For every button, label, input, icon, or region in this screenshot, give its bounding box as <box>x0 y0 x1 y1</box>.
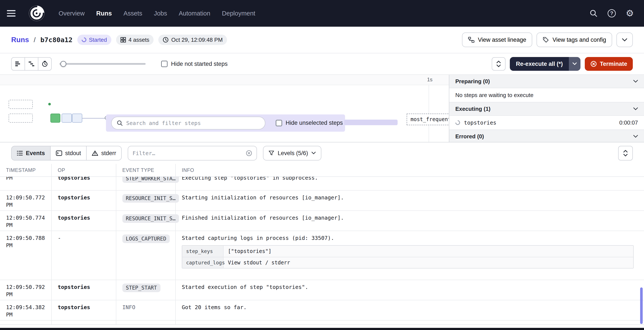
lineage-icon <box>468 37 474 43</box>
reexecute-split-button: Re-execute all (*) <box>510 57 580 71</box>
dagster-logo[interactable] <box>28 4 46 22</box>
nav-item-deployment[interactable]: Deployment <box>222 10 255 17</box>
timestamp-cell: 12:09:50.774PM <box>0 211 52 231</box>
assets-badge[interactable]: 4 assets <box>116 35 154 45</box>
slider-track[interactable] <box>60 63 146 65</box>
hide-unselected-checkbox-group[interactable]: Hide unselected steps <box>276 120 343 126</box>
events-list-icon <box>17 151 23 156</box>
queued-step-box[interactable] <box>72 114 82 123</box>
page-bottom-gap <box>0 325 644 328</box>
breadcrumb-runs-link[interactable]: Runs <box>11 36 29 44</box>
nav-item-assets[interactable]: Assets <box>124 10 142 17</box>
info-cell: Starting initialization of resources [io… <box>176 191 644 210</box>
nav-item-automation[interactable]: Automation <box>179 10 210 17</box>
panel-empty-message: No steps are waiting to execute <box>449 88 644 102</box>
gantt-chart: 1s most_frequent Hide <box>0 75 449 142</box>
event-type-chip: STEP_START <box>122 284 160 292</box>
window-bottom-edge <box>0 328 644 330</box>
status-badge: Started <box>77 35 111 45</box>
running-step-bar[interactable] <box>50 114 60 123</box>
panel-section-executing[interactable]: Executing (1) <box>449 102 644 116</box>
nav-item-jobs[interactable]: Jobs <box>154 10 167 17</box>
metadata-value[interactable]: View stdout / stderr <box>224 257 633 268</box>
executing-step-elapsed: 0:00:07 <box>619 119 638 126</box>
chevron-down-icon <box>633 107 638 110</box>
unfold-icon <box>496 61 501 67</box>
funnel-icon <box>268 151 274 156</box>
queued-step-box[interactable] <box>62 114 72 123</box>
flat-view-button[interactable] <box>11 57 25 71</box>
dependency-line <box>82 118 106 119</box>
hide-unselected-checkbox[interactable] <box>276 120 282 126</box>
collapse-run-header-button[interactable] <box>616 32 633 47</box>
not-started-step-box[interactable] <box>8 100 33 109</box>
event-type-chip: RESOURCE_INIT_S… <box>122 194 179 203</box>
event-row: 12:09:50.774PMtopstoriesRESOURCE_INIT_S…… <box>0 211 644 231</box>
step-label-box[interactable]: most_frequent <box>407 114 449 125</box>
timestamp-cell: 12:09:50.772PM <box>0 191 52 210</box>
metadata-label: captured_logs <box>182 257 224 268</box>
unfold-icon <box>623 150 628 157</box>
reexecute-dropdown-button[interactable] <box>569 57 580 71</box>
view-tags-config-button[interactable]: View tags and config <box>536 32 612 47</box>
help-button[interactable]: ? <box>604 6 619 21</box>
event-type-chip: LOGS_CAPTURED <box>122 234 170 243</box>
event-type-cell: RESOURCE_INIT_S… <box>116 191 176 210</box>
clear-filter-icon[interactable] <box>246 150 252 157</box>
expand-logs-button[interactable] <box>618 146 633 161</box>
op-cell: - <box>52 231 116 280</box>
hide-not-started-checkbox-group[interactable]: Hide not started steps <box>161 61 228 67</box>
log-tabs: Events stdout stderr <box>11 146 122 161</box>
executing-step-row[interactable]: topstories 0:00:07 <box>449 116 644 130</box>
slider-knob[interactable] <box>60 61 66 67</box>
event-row: 12:09:50.772PMtopstoriesRESOURCE_INIT_S…… <box>0 191 644 211</box>
hide-not-started-label: Hide not started steps <box>171 61 228 67</box>
event-row: 12:09:54.382PMtopstoriesINFOGot 20 items… <box>0 300 644 321</box>
event-type-cell: INFO <box>116 300 176 320</box>
vertical-scrollbar[interactable] <box>640 287 643 324</box>
tab-events[interactable]: Events <box>11 146 50 161</box>
panel-section-errored[interactable]: Errored (0) <box>449 130 644 142</box>
step-search-input[interactable] <box>126 120 260 126</box>
terminate-button[interactable]: Terminate <box>585 57 633 71</box>
hamburger-menu-icon[interactable] <box>7 6 22 21</box>
metadata-row: captured_logsView stdout / stderr <box>182 257 633 268</box>
step-search-box <box>111 117 265 130</box>
search-icon <box>590 9 598 17</box>
timing-view-button[interactable] <box>38 57 52 71</box>
nav-item-overview[interactable]: Overview <box>58 10 85 17</box>
waterfall-view-button[interactable] <box>24 57 38 71</box>
zoom-slider[interactable] <box>60 61 146 67</box>
not-started-step-box[interactable] <box>8 114 33 123</box>
info-cell: Got 40 items so far. <box>176 321 644 325</box>
chevron-down-icon <box>633 135 638 138</box>
panel-section-preparing[interactable]: Preparing (0) <box>449 75 644 88</box>
hide-not-started-checkbox[interactable] <box>161 61 168 67</box>
info-cell: Started capturing logs in process (pid: … <box>176 231 644 280</box>
log-filter-input[interactable] <box>132 150 242 157</box>
terminate-icon <box>590 61 597 67</box>
terminal-icon <box>56 150 62 156</box>
search-button[interactable] <box>586 6 601 21</box>
tab-stderr[interactable]: stderr <box>86 146 122 161</box>
metadata-value: ["topstories"] <box>224 246 633 257</box>
op-cell: topstories <box>52 177 116 190</box>
event-row: PMtopstoriesSTEP_WORKER_STA…Executing st… <box>0 177 644 191</box>
logo-swirl-icon <box>28 5 45 22</box>
nav-item-runs[interactable]: Runs <box>96 10 112 17</box>
hide-unselected-label: Hide unselected steps <box>286 120 343 126</box>
reexecute-all-button[interactable]: Re-execute all (*) <box>510 57 569 71</box>
event-type-cell: LOGS_CAPTURED <box>116 231 176 280</box>
levels-dropdown[interactable]: Levels (5/6) <box>263 146 321 161</box>
timestamp-cell: 12:09:50.788PM <box>0 231 52 280</box>
tab-stdout[interactable]: stdout <box>50 146 87 161</box>
settings-button[interactable]: ⚙ <box>622 6 637 21</box>
top-nav: Overview Runs Assets Jobs Automation Dep… <box>0 0 644 27</box>
expand-collapse-button[interactable] <box>492 57 506 71</box>
events-scroll-viewport[interactable]: PMtopstoriesSTEP_WORKER_STA…Executing st… <box>0 177 644 325</box>
warning-icon <box>92 150 98 156</box>
spinner-icon <box>80 36 87 43</box>
view-asset-lineage-button[interactable]: View asset lineage <box>462 32 532 47</box>
timer-icon <box>42 61 48 67</box>
log-filter-bar: Events stdout stderr Levels <box>0 143 644 164</box>
